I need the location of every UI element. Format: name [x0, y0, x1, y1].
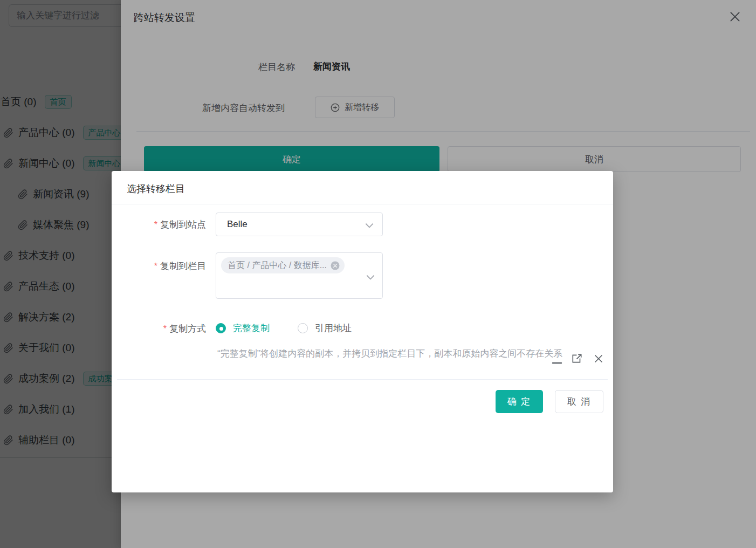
site-label: *复制到站点 — [112, 218, 206, 231]
column-label: *复制到栏目 — [112, 260, 206, 272]
dialog-title: 选择转移栏目 — [127, 182, 185, 195]
required-mark: * — [154, 220, 157, 229]
dialog-confirm-button[interactable]: 确 定 — [496, 390, 543, 413]
column-multiselect[interactable]: 首页 / 产品中心 / 数据库... — [216, 252, 383, 299]
selected-column-text: 首页 / 产品中心 / 数据库... — [228, 260, 327, 271]
dialog-footer-divider — [117, 379, 608, 380]
dialog-header: 选择转移栏目 — [112, 171, 613, 204]
dialog-cancel-button[interactable]: 取 消 — [555, 390, 603, 413]
method-radio-group: 完整复制 引用地址 — [216, 322, 380, 334]
site-select-value: Belle — [227, 219, 248, 230]
radio-label: 引用地址 — [315, 322, 352, 334]
site-label-text: 复制到站点 — [160, 220, 206, 230]
method-label-text: 复制方式 — [169, 324, 206, 334]
radio-circle-icon — [298, 323, 308, 333]
required-mark: * — [154, 262, 157, 271]
method-label: *复制方式 — [112, 323, 206, 335]
selected-column-tag: 首页 / 产品中心 / 数据库... — [221, 257, 345, 273]
radio-option[interactable]: 完整复制 — [216, 322, 270, 334]
radio-circle-icon — [216, 323, 226, 333]
chevron-down-icon — [365, 223, 374, 228]
tag-remove-icon[interactable] — [331, 261, 340, 270]
radio-option[interactable]: 引用地址 — [298, 322, 352, 334]
chevron-down-icon — [366, 275, 375, 280]
site-select[interactable]: Belle — [216, 213, 383, 236]
radio-label: 完整复制 — [233, 322, 270, 334]
select-transfer-column-dialog: 选择转移栏目 *复制到站点 Belle *复制到栏目 首页 / 产品中心 / 数… — [112, 171, 613, 492]
required-mark: * — [163, 324, 167, 333]
method-hint: “完整复制”将创建内容的副本，并拷贝到指定栏目下，副本和原始内容之间不存在关系 — [217, 347, 606, 360]
column-label-text: 复制到栏目 — [160, 261, 206, 271]
